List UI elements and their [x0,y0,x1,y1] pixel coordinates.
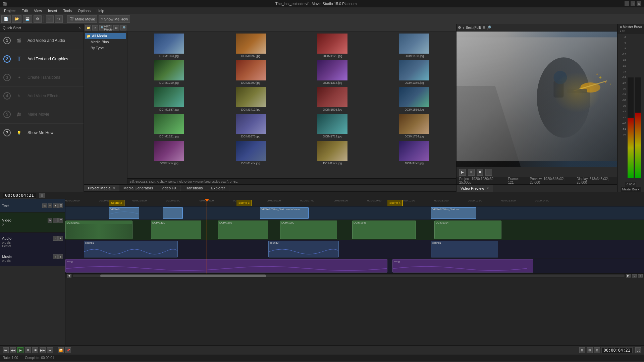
menu-project[interactable]: Project [1,8,18,13]
media-thumb-9[interactable]: DCIM1387.jpg [129,86,209,112]
media-thumb-11[interactable]: DCIM1503.jpg [292,86,373,112]
media-thumb-7[interactable]: DCIM1314.jpg [292,60,373,85]
track-text-mute[interactable]: ○ [48,203,52,208]
redo-button[interactable]: ↪ [55,15,63,23]
preview-stop-btn[interactable]: ⏹ [477,169,483,176]
track-text-solo[interactable]: ♦ [53,203,58,208]
tree-by-type[interactable]: By Type [85,45,126,51]
scroll-left-btn[interactable]: ◀ [67,274,71,278]
pb-loop[interactable]: 🔁 [58,347,64,353]
tab-video-preview-close[interactable]: × [487,186,489,190]
zoom-in-btn[interactable]: + [638,274,643,278]
media-auto-preview-btn[interactable]: Auto Preview [106,25,112,31]
pb-fullscreen[interactable]: ⛶ [635,347,641,353]
pb-extra-1[interactable]: ⊞ [579,347,585,353]
audio-clip-1[interactable]: sound1 [84,241,178,257]
settings-button[interactable]: ⚙ [34,15,42,23]
minimize-button[interactable]: − [625,1,629,6]
pb-snap[interactable]: 📌 [65,347,71,353]
media-thumb-8[interactable]: DCIM1345.jpg [374,60,454,85]
tab-project-media[interactable]: Project Media × [84,185,119,191]
maximize-button[interactable]: □ [631,1,635,6]
tree-media-bins[interactable]: Media Bins [85,39,126,45]
media-thumb-3[interactable]: DCIM1120.jpg [292,33,373,58]
master-bus-eq-icon[interactable]: ♪ [620,29,621,33]
close-button[interactable]: × [637,1,641,6]
media-zoom-btn[interactable]: 🔎 [120,25,126,31]
media-thumb-16[interactable]: DCIM1754.jpg [374,113,454,139]
pb-play[interactable]: ▶ [17,347,23,353]
track-video-mute[interactable]: ○ [53,218,58,223]
tab-transitions[interactable]: Transitions [181,185,207,191]
track-audio-solo[interactable]: ♦ [58,236,63,241]
quickstart-add-video[interactable]: 1 🎬 Add Video and Audio [0,32,84,50]
text-clip-4[interactable]: VEGAS Titles_Text aut... [431,207,476,219]
text-clip-2[interactable] [163,207,183,219]
open-button[interactable]: 📂 [12,15,21,23]
preview-pause-btn[interactable]: ⏸ [468,169,475,176]
make-movie-button[interactable]: 🎬 Make Movie [67,15,97,23]
text-clip-1[interactable]: VEGAS... [109,207,139,219]
pb-go-start[interactable]: ⏮ [3,347,9,353]
quickstart-show-me-how[interactable]: ? 💡 Show Me How [0,124,84,142]
tab-media-generators[interactable]: Media Generators [119,185,157,191]
master-bus-settings-icon[interactable]: ⚙ [620,25,623,29]
menu-view[interactable]: View [31,8,45,13]
master-bus-tab-label[interactable]: Master Bus [622,188,638,191]
pb-extra-2[interactable]: ⊟ [587,347,593,353]
quick-start-close[interactable]: × [78,25,81,30]
menu-options[interactable]: Options [75,8,93,13]
scrollbar-track[interactable] [73,275,625,277]
media-thumb-20[interactable]: DCIM1xxx.jpg [374,140,454,166]
track-music-solo[interactable]: ♦ [58,254,63,259]
zoom-out-btn[interactable]: - [632,274,637,278]
video-clip-4[interactable]: DCIM1290 [280,221,337,239]
media-folder-btn[interactable]: 📁 [85,25,91,31]
preview-play-btn[interactable]: ▶ [459,169,466,176]
audio-clip-2[interactable]: sound2 [268,241,339,257]
preview-zoom-icon[interactable]: 🔎 [487,25,491,30]
media-thumb-18[interactable]: DCIM1xxx.jpg [211,140,291,166]
track-video-menu[interactable]: ☰ [58,218,63,223]
media-thumb-15[interactable]: DCIM1712.jpg [292,113,373,139]
media-thumb-14[interactable]: DCIM1673.jpg [211,113,291,139]
save-button[interactable]: 💾 [23,15,32,23]
video-clip-2[interactable]: DCIM1120 [151,221,201,239]
pb-go-end[interactable]: ⏭ [47,347,53,353]
tab-explorer[interactable]: Explorer [207,185,229,191]
tab-video-preview[interactable]: Video Preview × [457,185,493,192]
menu-help[interactable]: Help [94,8,107,13]
scroll-right-btn[interactable]: ▶ [626,274,631,278]
audio-clip-3[interactable]: sound1 [431,241,498,257]
music-clip-2[interactable]: song [392,259,533,273]
undo-button[interactable]: ↩ [46,15,54,23]
pb-stop[interactable]: ⏹ [32,347,38,353]
track-music-mute[interactable]: ○ [53,254,58,259]
media-thumb-5[interactable]: DCIM1219.jpg [129,60,209,85]
text-clip-3[interactable]: VEGAS Titles_Text point of view [260,207,309,219]
preview-settings-icon[interactable]: ⚙ [458,25,461,30]
menu-insert[interactable]: Insert [45,8,60,13]
media-thumb-6[interactable]: DCIM1290.jpg [211,60,291,85]
track-text-fx[interactable]: fx [42,203,47,208]
tab-project-media-close[interactable]: × [113,186,115,190]
media-thumb-17[interactable]: DCIM1xxx.jpg [129,140,209,166]
preview-list-btn[interactable]: ☰ [485,169,492,176]
quickstart-add-text[interactable]: 2 T Add Text and Graphics [0,50,84,68]
media-thumb-4[interactable]: DCIM1138.jpg [374,33,454,58]
show-me-how-button[interactable]: ? Show Me How [99,15,130,23]
video-clip-6[interactable]: DCIM1314 [434,221,501,239]
master-bus-tab-close[interactable]: × [638,188,639,191]
tab-video-fx[interactable]: Video FX [157,185,181,191]
tree-all-media[interactable]: 📁 All Media [85,33,126,39]
pb-extra-3[interactable]: ⊞ [594,347,600,353]
video-clip-3[interactable]: DCIM1503 [218,221,268,239]
master-bus-close[interactable]: × [640,25,642,29]
preview-eq-icon[interactable]: ♪ [463,26,465,30]
media-close-btn[interactable]: × [92,25,98,31]
quickstart-make-movie[interactable]: 5 🎥 Make Movie [0,105,84,124]
media-grid-btn[interactable]: ⊞ [113,25,119,31]
menu-edit[interactable]: Edit [19,8,31,13]
quickstart-add-effects[interactable]: 4 fx Add Video Effects [0,87,84,105]
quickstart-create-transitions[interactable]: 3 ✦ Create Transitions [0,68,84,87]
